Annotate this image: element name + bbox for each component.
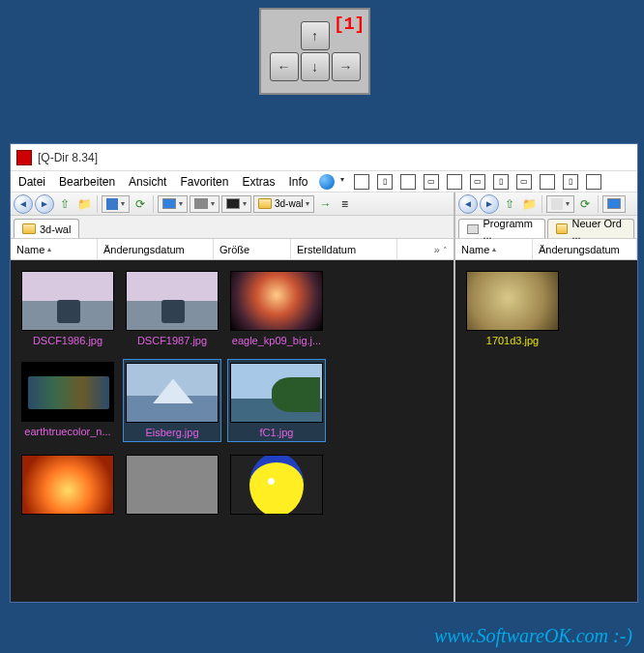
- watermark: www.SoftwareOK.com :-): [434, 625, 632, 647]
- view-mode-dropdown[interactable]: ▾: [546, 195, 574, 213]
- col-created[interactable]: Erstelldatum: [291, 239, 397, 259]
- drive-icon: [467, 224, 479, 234]
- color-blue-dropdown[interactable]: [602, 195, 626, 213]
- refresh-icon[interactable]: ⟳: [132, 195, 149, 213]
- layout-btn-10[interactable]: ▯: [563, 174, 578, 190]
- thumb-smiley[interactable]: [227, 452, 326, 518]
- thumb-image: [466, 271, 559, 331]
- pane-right-columns: Name▴ Änderungsdatum: [455, 239, 637, 260]
- address-dropdown[interactable]: 3d-wal ▾: [253, 195, 314, 213]
- layout-btn-11[interactable]: [586, 174, 601, 190]
- layout-btn-5[interactable]: [447, 174, 462, 190]
- key-right: →: [332, 52, 361, 81]
- bars-icon[interactable]: ≡: [336, 195, 353, 213]
- address-text: 3d-wal: [275, 198, 303, 209]
- col-name[interactable]: Name▴: [11, 239, 98, 259]
- thumb-image: [230, 271, 323, 331]
- globe-icon[interactable]: [319, 174, 335, 190]
- col-name[interactable]: Name▴: [455, 239, 533, 259]
- pane-right-tabs: Programm ... Neuer Ord ...: [455, 216, 637, 239]
- col-changed[interactable]: Änderungsdatum: [98, 239, 214, 259]
- color-gray-dropdown[interactable]: ▾: [190, 195, 220, 213]
- menu-favoriten[interactable]: Favoriten: [174, 173, 234, 191]
- col-changed[interactable]: Änderungsdatum: [533, 239, 637, 259]
- thumb-image: [126, 455, 219, 515]
- menu-bearbeiten[interactable]: Bearbeiten: [53, 173, 121, 191]
- nav-forward-icon[interactable]: ►: [480, 194, 499, 214]
- menu-extras[interactable]: Extras: [236, 173, 280, 191]
- thumb-dscf1987[interactable]: DSCF1987.jpg: [123, 268, 221, 349]
- tab-label: Programm ...: [483, 218, 537, 241]
- layout-btn-6[interactable]: ▭: [470, 174, 485, 190]
- thumb-image: [21, 455, 114, 515]
- pane-left-thumbs[interactable]: DSCF1986.jpg DSCF1987.jpg eagle_kp09_big…: [11, 260, 454, 602]
- menu-ansicht[interactable]: Ansicht: [123, 173, 172, 191]
- menu-datei[interactable]: Datei: [13, 173, 51, 191]
- layout-btn-7[interactable]: ▯: [493, 174, 509, 190]
- pane-left-tabs: 3d-wal: [11, 216, 454, 239]
- thumb-label: 1701d3.jpg: [466, 335, 559, 346]
- layout-btn-9[interactable]: [540, 174, 555, 190]
- folder-icon: [556, 223, 568, 234]
- thumb-image: [126, 363, 219, 423]
- layout-btn-4[interactable]: ▭: [424, 174, 439, 190]
- go-icon[interactable]: →: [316, 195, 334, 213]
- tab-label: Neuer Ord ...: [571, 218, 626, 241]
- nav-back-icon[interactable]: ◄: [458, 194, 478, 214]
- folder-new-icon[interactable]: 📁: [520, 195, 538, 213]
- layout-btn-1[interactable]: [354, 174, 369, 190]
- pane-left-toolbar: ◄ ► ⇧ 📁 ▾ ⟳ ▾ ▾ ▾: [11, 193, 454, 216]
- color-black-dropdown[interactable]: ▾: [221, 195, 251, 213]
- thumb-eagle[interactable]: eagle_kp09_big.j...: [227, 268, 326, 349]
- thumb-image: [230, 363, 323, 423]
- col-size[interactable]: Größe: [214, 239, 291, 259]
- thumb-sunset[interactable]: [18, 452, 117, 518]
- thumb-fc1[interactable]: fC1.jpg: [227, 359, 326, 442]
- key-down: ↓: [301, 52, 330, 81]
- nav-up-icon[interactable]: ⇧: [56, 195, 73, 213]
- refresh-icon[interactable]: ⟳: [576, 195, 594, 213]
- key-left: ←: [270, 52, 299, 81]
- thumb-label: DSCF1986.jpg: [21, 335, 114, 346]
- tab-3dwal[interactable]: 3d-wal: [14, 219, 79, 238]
- layout-btn-2[interactable]: ▯: [377, 174, 393, 190]
- view-mode-dropdown[interactable]: ▾: [102, 195, 130, 213]
- thumb-dscf1986[interactable]: DSCF1986.jpg: [18, 268, 117, 349]
- window-title: [Q-Dir 8.34]: [38, 151, 98, 164]
- thumb-label: fC1.jpg: [231, 427, 322, 438]
- pane-left-columns: Name▴ Änderungsdatum Größe Erstelldatum …: [11, 239, 454, 260]
- thumb-label: DSCF1987.jpg: [126, 335, 219, 346]
- app-icon: [16, 150, 32, 165]
- menu-info[interactable]: Info: [282, 173, 313, 191]
- title-bar[interactable]: [Q-Dir 8.34]: [11, 144, 637, 171]
- thumb-image: [21, 362, 114, 422]
- key-up: ↑: [301, 21, 330, 50]
- nav-back-icon[interactable]: ◄: [14, 194, 33, 214]
- thumb-earth[interactable]: earthtruecolor_n...: [18, 359, 117, 442]
- pane-right-thumbs[interactable]: 1701d3.jpg: [455, 260, 637, 602]
- layout-btn-3[interactable]: [400, 174, 416, 190]
- folder-icon: [22, 223, 36, 234]
- pane-left: ◄ ► ⇧ 📁 ▾ ⟳ ▾ ▾ ▾: [11, 193, 455, 602]
- col-more[interactable]: » ˄: [428, 244, 454, 255]
- qdir-window: [Q-Dir 8.34] Datei Bearbeiten Ansicht Fa…: [10, 143, 638, 603]
- thumb-label: Eisberg.jpg: [127, 427, 218, 438]
- thumb-label: earthtruecolor_n...: [21, 426, 114, 437]
- nav-up-icon[interactable]: ⇧: [501, 195, 518, 213]
- tab-label: 3d-wal: [40, 223, 71, 235]
- layout-btn-8[interactable]: ▭: [516, 174, 532, 190]
- pane-right-toolbar: ◄ ► ⇧ 📁 ▾ ⟳: [455, 193, 637, 216]
- thumb-image: [230, 455, 323, 515]
- folder-icon: [258, 198, 272, 209]
- folder-new-icon[interactable]: 📁: [75, 195, 93, 213]
- annotation-1: [1]: [334, 15, 365, 34]
- tab-neuerord[interactable]: Neuer Ord ...: [547, 219, 634, 238]
- tab-programm[interactable]: Programm ...: [458, 219, 545, 238]
- color-blue-dropdown[interactable]: ▾: [158, 195, 188, 213]
- thumb-eisberg[interactable]: Eisberg.jpg: [123, 359, 221, 442]
- thumb-1701d3[interactable]: 1701d3.jpg: [463, 268, 562, 349]
- thumb-image: [21, 271, 114, 331]
- nav-forward-icon[interactable]: ►: [35, 194, 54, 214]
- pane-right: ◄ ► ⇧ 📁 ▾ ⟳ Programm ...: [455, 193, 637, 602]
- thumb-gray[interactable]: [123, 452, 221, 518]
